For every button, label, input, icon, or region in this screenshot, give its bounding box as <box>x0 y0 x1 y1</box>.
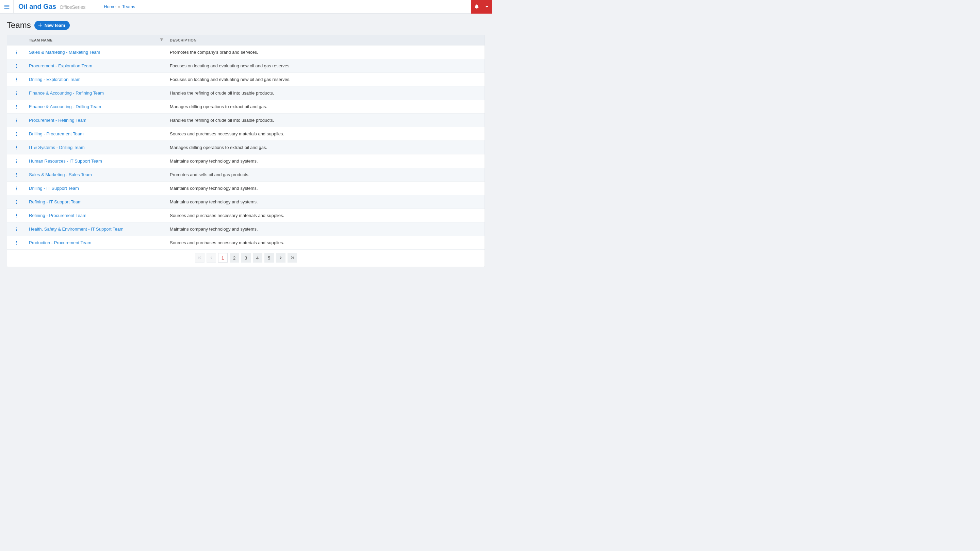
brand-subtitle: OfficeSeries <box>60 5 86 10</box>
pager-page-4[interactable]: 4 <box>253 253 262 263</box>
row-actions-menu[interactable] <box>13 49 21 56</box>
row-actions-menu[interactable] <box>13 117 21 124</box>
svg-point-33 <box>16 174 17 175</box>
row-actions-menu[interactable] <box>13 225 21 233</box>
breadcrumb-home[interactable]: Home <box>104 4 116 9</box>
svg-point-38 <box>16 200 17 201</box>
svg-point-31 <box>16 162 17 163</box>
row-actions-menu[interactable] <box>13 198 21 206</box>
row-actions-menu[interactable] <box>13 185 21 192</box>
team-description: Sources and purchases necessary material… <box>167 236 485 249</box>
new-team-button[interactable]: New team <box>34 21 70 30</box>
team-name-link[interactable]: Health, Safety & Environment - IT Suppor… <box>29 227 124 232</box>
svg-point-6 <box>16 52 17 52</box>
team-name-link[interactable]: Human Resources - IT Support Team <box>29 159 102 164</box>
svg-point-43 <box>16 216 17 217</box>
header-description[interactable]: DESCRIPTION <box>167 35 485 45</box>
team-description: Maintains company technology and systems… <box>167 222 485 236</box>
table-row: Finance & Accounting - Drilling TeamMana… <box>7 100 485 113</box>
table-row: IT & Systems - Drilling TeamManages dril… <box>7 140 485 154</box>
svg-point-49 <box>16 243 17 244</box>
svg-point-24 <box>16 133 17 134</box>
svg-point-48 <box>16 242 17 243</box>
table-row: Sales & Marketing - Marketing TeamPromot… <box>7 45 485 59</box>
row-actions-menu[interactable] <box>13 103 21 111</box>
new-team-button-label: New team <box>45 23 65 28</box>
row-actions-menu[interactable] <box>13 239 21 246</box>
top-navbar: Oil and Gas OfficeSeries Home » Teams <box>0 0 492 14</box>
row-actions-menu[interactable] <box>13 157 21 165</box>
svg-point-30 <box>16 160 17 161</box>
svg-point-22 <box>16 121 17 122</box>
team-name-link[interactable]: Procurement - Refining Team <box>29 118 86 123</box>
team-name-link[interactable]: Finance & Accounting - Refining Team <box>29 91 104 95</box>
team-name-link[interactable]: Sales & Marketing - Marketing Team <box>29 50 100 55</box>
team-description: Focuses on locating and evaluating new o… <box>167 73 485 86</box>
svg-point-47 <box>16 241 17 241</box>
row-actions-menu[interactable] <box>13 144 21 151</box>
hamburger-menu-button[interactable] <box>0 0 14 14</box>
pager-page-5[interactable]: 5 <box>264 253 274 263</box>
svg-point-11 <box>16 78 17 78</box>
row-actions-menu[interactable] <box>13 130 21 138</box>
team-description: Sources and purchases necessary material… <box>167 127 485 140</box>
svg-point-27 <box>16 147 17 148</box>
team-description: Maintains company technology and systems… <box>167 154 485 168</box>
pager-prev <box>207 253 216 263</box>
table-row: Health, Safety & Environment - IT Suppor… <box>7 222 485 236</box>
svg-point-5 <box>16 50 17 51</box>
pager-next[interactable] <box>276 253 285 263</box>
team-name-link[interactable]: Sales & Marketing - Sales Team <box>29 172 92 177</box>
svg-point-16 <box>16 94 17 95</box>
user-menu-dropdown[interactable] <box>482 0 492 14</box>
svg-point-7 <box>16 53 17 54</box>
row-actions-menu[interactable] <box>13 76 21 83</box>
header-team-name[interactable]: TEAM NAME <box>26 35 167 45</box>
brand-title[interactable]: Oil and Gas <box>18 3 56 11</box>
team-description: Handles the refining of crude oil into u… <box>167 114 485 127</box>
svg-point-10 <box>16 67 17 67</box>
notifications-button[interactable] <box>471 0 482 14</box>
pager-page-2[interactable]: 2 <box>230 253 239 263</box>
breadcrumb-current[interactable]: Teams <box>122 4 135 9</box>
table-row: Sales & Marketing - Sales TeamPromotes a… <box>7 168 485 181</box>
team-description: Promotes the company's brand and service… <box>167 46 485 59</box>
header-team-name-label: TEAM NAME <box>29 38 52 42</box>
row-actions-menu[interactable] <box>13 212 21 219</box>
table-row: Human Resources - IT Support TeamMaintai… <box>7 154 485 168</box>
team-name-link[interactable]: Production - Procurement Team <box>29 240 91 245</box>
table-row: Refining - IT Support TeamMaintains comp… <box>7 195 485 208</box>
svg-point-8 <box>16 64 17 65</box>
svg-point-19 <box>16 108 17 108</box>
team-name-link[interactable]: Refining - IT Support Team <box>29 199 82 205</box>
pager-page-1[interactable]: 1 <box>218 253 228 263</box>
team-name-link[interactable]: Refining - Procurement Team <box>29 213 86 218</box>
row-actions-menu[interactable] <box>13 62 21 70</box>
svg-point-41 <box>16 214 17 214</box>
svg-point-35 <box>16 186 17 187</box>
svg-point-13 <box>16 80 17 81</box>
row-actions-menu[interactable] <box>13 89 21 97</box>
navbar-actions <box>471 0 492 14</box>
row-actions-menu[interactable] <box>13 171 21 179</box>
svg-point-18 <box>16 106 17 107</box>
svg-point-21 <box>16 120 17 121</box>
pager-last[interactable] <box>288 253 297 263</box>
svg-point-17 <box>16 105 17 105</box>
svg-point-37 <box>16 189 17 190</box>
team-name-link[interactable]: IT & Systems - Drilling Team <box>29 145 85 150</box>
header-actions-column <box>7 35 26 45</box>
team-name-link[interactable]: Finance & Accounting - Drilling Team <box>29 104 101 109</box>
filter-icon[interactable] <box>159 37 164 43</box>
table-row: Drilling - IT Support TeamMaintains comp… <box>7 181 485 195</box>
team-name-link[interactable]: Drilling - IT Support Team <box>29 186 79 191</box>
pagination: 12345 <box>7 249 485 267</box>
header-description-label: DESCRIPTION <box>170 38 196 42</box>
pager-page-3[interactable]: 3 <box>241 253 251 263</box>
team-name-link[interactable]: Drilling - Exploration Team <box>29 77 81 82</box>
svg-point-9 <box>16 65 17 66</box>
svg-point-23 <box>16 132 17 133</box>
team-name-link[interactable]: Procurement - Exploration Team <box>29 63 92 68</box>
table-header-row: TEAM NAME DESCRIPTION <box>7 35 485 45</box>
team-name-link[interactable]: Drilling - Procurement Team <box>29 131 84 137</box>
